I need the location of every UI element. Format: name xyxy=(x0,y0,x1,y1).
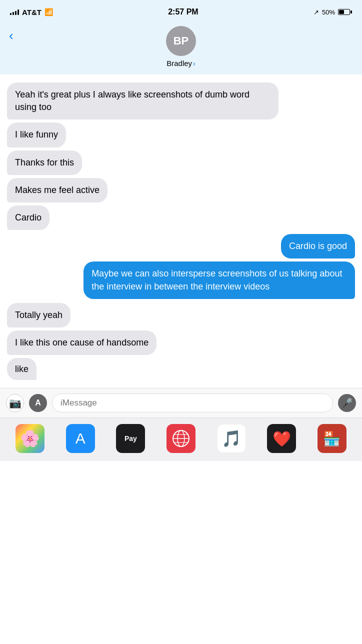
message-group-received-2: Totally yeah I like this one cause of ha… xyxy=(7,303,355,380)
signal-icon xyxy=(10,9,19,15)
message-group-sent-1: Cardio is good Maybe we can also intersp… xyxy=(7,234,355,299)
message-bubble-partial: like xyxy=(7,358,36,380)
input-bar: 📷 A 🎤 xyxy=(0,388,362,418)
health-app-icon[interactable]: ❤️ xyxy=(267,424,296,453)
message-bubble: Yeah it's great plus I always like scree… xyxy=(7,82,278,120)
applepay-app-icon[interactable]: Pay xyxy=(116,424,145,453)
avatar: BP xyxy=(166,26,196,56)
conversation-header: ‹ BP Bradley › xyxy=(0,22,362,74)
message-bubble: Makes me feel active xyxy=(7,178,108,202)
wifi-icon: 📶 xyxy=(44,8,53,16)
message-bubble: Totally yeah xyxy=(7,303,70,328)
carrier-label: AT&T xyxy=(22,8,42,16)
message-bubble: I like funny xyxy=(7,122,66,147)
contact-chevron-icon: › xyxy=(193,60,196,68)
appstore-button[interactable]: A xyxy=(29,394,47,412)
photos-app-icon[interactable]: 🌸 xyxy=(16,424,44,453)
message-bubble: Cardio is good xyxy=(281,234,355,258)
appstore-app-icon[interactable]: A xyxy=(66,424,95,453)
contact-name-row[interactable]: Bradley › xyxy=(166,59,196,68)
appstore-icon: A xyxy=(35,398,41,408)
location-icon: ↗ xyxy=(314,8,319,16)
status-bar: AT&T 📶 2:57 PM ↗ 50% xyxy=(0,0,362,22)
battery-percent: 50% xyxy=(322,8,335,16)
status-left: AT&T 📶 xyxy=(10,8,53,16)
battery-icon xyxy=(338,9,352,15)
globe-icon xyxy=(172,430,190,448)
imessage-input[interactable] xyxy=(52,394,333,412)
status-right: ↗ 50% xyxy=(314,8,352,16)
message-bubble: I like this one cause of handsome xyxy=(7,330,156,355)
message-group-received-1: Yeah it's great plus I always like scree… xyxy=(7,82,355,230)
mic-icon: 🎤 xyxy=(342,398,352,408)
message-bubble: Cardio xyxy=(7,206,50,230)
music-app-icon[interactable]: 🎵 xyxy=(217,424,246,453)
last-app-icon[interactable]: 🏪 xyxy=(318,424,346,453)
status-time: 2:57 PM xyxy=(168,8,198,16)
message-bubble: Thanks for this xyxy=(7,150,82,175)
messages-list: Yeah it's great plus I always like scree… xyxy=(0,74,362,388)
camera-button[interactable]: 📷 xyxy=(6,394,24,412)
camera-icon: 📷 xyxy=(9,397,22,409)
back-button[interactable]: ‹ xyxy=(9,28,14,44)
mic-button[interactable]: 🎤 xyxy=(338,394,356,412)
message-bubble: Maybe we can also intersperse screenshot… xyxy=(84,262,355,298)
app-dock: 🌸 A Pay 🎵 ❤️ 🏪 xyxy=(0,418,362,461)
browser-app-icon[interactable] xyxy=(166,424,196,453)
